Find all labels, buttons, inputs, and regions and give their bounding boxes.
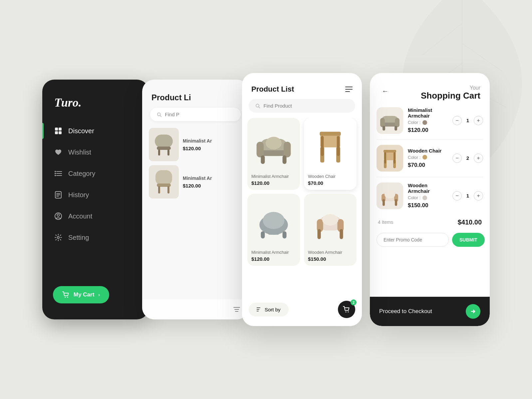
sort-by-label: Sort by xyxy=(265,307,281,312)
product-list-bottom-bar: Sort by 2 xyxy=(242,295,362,326)
cart-summary: 4 Items $410.00 xyxy=(370,214,490,230)
color-row-3: Color : xyxy=(408,195,448,200)
discover-icon xyxy=(54,127,62,135)
qty-plus-2[interactable]: + xyxy=(474,154,483,163)
product-card-4[interactable]: Wooden Armchair $150.00 xyxy=(304,194,357,266)
qty-minus-3[interactable]: − xyxy=(452,191,462,200)
back-button[interactable]: ← xyxy=(379,85,391,97)
cart-item-2: Wooden Chair Color : $70.00 − 2 + xyxy=(377,145,483,177)
svg-rect-75 xyxy=(383,199,385,206)
product-card-3[interactable]: Minimalist Armchair $120.00 xyxy=(247,194,300,266)
checkout-button[interactable] xyxy=(466,304,480,319)
sidebar-item-setting[interactable]: Setting xyxy=(42,227,149,248)
svg-rect-2 xyxy=(55,131,58,134)
svg-rect-70 xyxy=(384,152,386,164)
cart-item-details-1: Minimalist Armchair Color : $120.00 xyxy=(408,107,448,134)
cart-button[interactable]: 2 xyxy=(338,301,355,318)
qty-control-2: − 2 + xyxy=(452,154,483,163)
svg-point-8 xyxy=(55,173,56,174)
qty-minus-1[interactable]: − xyxy=(452,116,462,125)
product-list-header: Product List xyxy=(242,73,362,99)
submit-promo-button[interactable]: SUBMIT xyxy=(452,233,485,247)
sort-icon xyxy=(257,307,262,312)
svg-rect-39 xyxy=(320,132,341,136)
svg-rect-27 xyxy=(158,186,160,194)
cart-total: $410.00 xyxy=(458,218,482,226)
svg-point-17 xyxy=(65,297,66,298)
pl-bg-items-list: Minimalist Ar $120.00 Minimalist Ar $12 xyxy=(142,128,249,199)
svg-point-15 xyxy=(57,214,60,216)
menu-icon[interactable] xyxy=(345,87,353,92)
svg-rect-3 xyxy=(59,131,62,134)
svg-point-54 xyxy=(322,214,338,225)
promo-row: SUBMIT xyxy=(370,230,490,252)
qty-plus-1[interactable]: + xyxy=(474,116,483,125)
sidebar-item-history[interactable]: History xyxy=(42,184,149,205)
items-count: 4 Items xyxy=(378,219,393,225)
my-cart-arrow: › xyxy=(98,292,100,297)
product-list-bg-screen: Product Li Minimalist xyxy=(142,80,249,319)
pl-bg-search-input[interactable] xyxy=(165,112,234,117)
qty-control-3: − 1 + xyxy=(452,191,483,200)
svg-rect-34 xyxy=(284,142,291,157)
promo-input[interactable] xyxy=(377,233,449,247)
svg-rect-63 xyxy=(395,118,399,127)
svg-point-59 xyxy=(348,311,349,312)
cart-item-1: Minimalist Armchair Color : $120.00 − 1 … xyxy=(377,107,483,140)
svg-rect-52 xyxy=(317,229,321,239)
color-row-2: Color : xyxy=(408,155,448,160)
color-dot-3 xyxy=(422,196,427,200)
svg-rect-53 xyxy=(340,229,343,239)
checkout-label: Proceed to Checkout xyxy=(379,308,432,315)
product-list-screen: Product List xyxy=(242,73,362,326)
svg-rect-71 xyxy=(394,152,396,164)
qty-plus-3[interactable]: + xyxy=(474,191,483,200)
product-card-1[interactable]: Minimalist Armchair $120.00 xyxy=(247,118,300,190)
sidebar-item-account[interactable]: Account xyxy=(42,205,149,227)
search-bar[interactable] xyxy=(249,99,355,113)
sidebar-item-category[interactable]: Category xyxy=(42,163,149,184)
qty-minus-2[interactable]: − xyxy=(452,154,462,163)
search-input[interactable] xyxy=(264,103,349,109)
sort-button[interactable]: Sort by xyxy=(249,303,289,316)
pl-bg-item: Minimalist Ar $120.00 xyxy=(149,165,242,199)
svg-rect-36 xyxy=(283,156,287,164)
pl-bg-search-bar[interactable] xyxy=(150,108,241,121)
history-icon xyxy=(54,191,62,199)
cart-title: Shopping Cart xyxy=(421,91,480,101)
svg-line-20 xyxy=(160,115,161,117)
product-image-4 xyxy=(304,194,357,247)
product-list-title: Product List xyxy=(251,85,294,94)
shopping-cart-screen: ← Your Shopping Cart xyxy=(370,73,490,326)
sidebar-item-label-discover: Discover xyxy=(68,127,94,135)
svg-rect-35 xyxy=(261,156,265,164)
product-info-2: Wooden Chair $70.00 xyxy=(304,171,357,186)
svg-rect-33 xyxy=(257,142,264,157)
product-info-4: Wooden Armchair $150.00 xyxy=(304,247,357,262)
checkout-arrow-icon xyxy=(470,308,476,314)
cart-icon xyxy=(343,306,350,313)
cart-items-list: Minimalist Armchair Color : $120.00 − 1 … xyxy=(370,107,490,214)
product-card-2[interactable]: Wooden Chair $70.00 xyxy=(304,118,357,190)
svg-rect-47 xyxy=(283,231,287,238)
cart-item-details-2: Wooden Chair Color : $70.00 xyxy=(408,148,448,169)
settings-icon xyxy=(54,233,62,241)
svg-rect-76 xyxy=(395,199,397,206)
svg-point-7 xyxy=(55,171,56,172)
cart-item-image-3 xyxy=(377,183,403,209)
pl-bg-title: Product Li xyxy=(142,80,249,108)
svg-rect-65 xyxy=(395,126,397,131)
sidebar-item-wishlist[interactable]: Wishlist xyxy=(42,142,149,163)
svg-rect-64 xyxy=(383,126,385,131)
sidebar-item-discover[interactable]: Discover xyxy=(42,120,149,142)
sidebar-item-label-history: History xyxy=(68,191,89,199)
svg-rect-28 xyxy=(167,186,169,194)
cart-your-label: Your xyxy=(421,85,480,91)
svg-point-37 xyxy=(266,137,282,150)
my-cart-button[interactable]: My Cart › xyxy=(53,286,109,303)
product-image-3 xyxy=(247,194,300,247)
cart-title-block: Your Shopping Cart xyxy=(421,85,480,101)
pl-bg-item-info: Minimalist Ar $120.00 xyxy=(183,138,212,151)
svg-point-45 xyxy=(263,212,284,229)
cart-header: ← Your Shopping Cart xyxy=(370,73,490,107)
